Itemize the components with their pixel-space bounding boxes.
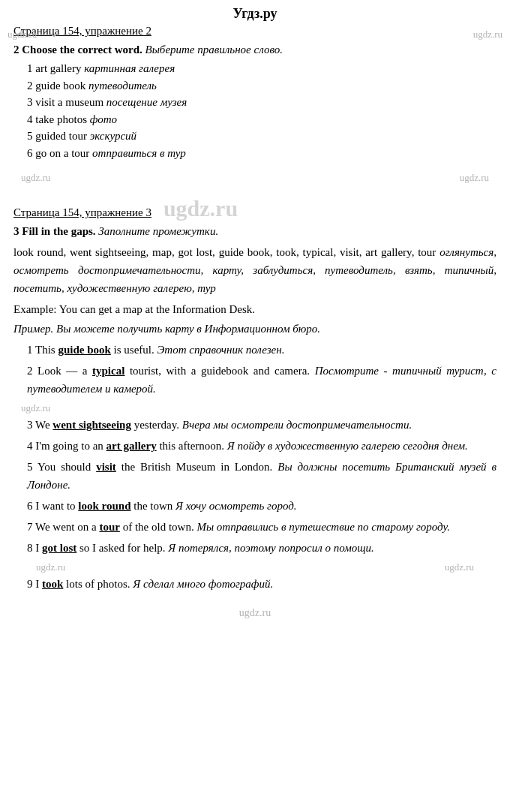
section2-header: Страница 154, упражнение 3	[14, 206, 152, 219]
watermark-mid-right: ugdz.ru	[460, 172, 489, 184]
s9-ru: Я сделал много фотографий.	[133, 578, 273, 590]
section1-items: 1 art gallery картинная галерея 2 guide …	[14, 60, 496, 161]
s6-ru: Я хочу осмотреть город.	[176, 500, 297, 512]
s5-after: the British Museum in London.	[116, 461, 278, 473]
watermark-bottom: ugdz.ru	[14, 606, 496, 619]
watermark-mid-left: ugdz.ru	[21, 172, 50, 184]
s8-ru: Я потерялся, поэтому попросил о помощи.	[168, 542, 374, 554]
s9-num: 9 I	[27, 578, 42, 590]
s2-answer: typical	[92, 365, 124, 377]
word-list: look round, went sightseeing, map, got l…	[14, 243, 496, 297]
item5-ru: экскурсий	[90, 130, 136, 142]
fill-item-1: 1 This guide book is useful. Этот справо…	[27, 341, 496, 359]
exercise1-title-ru: Выберите правильное слово.	[146, 44, 283, 56]
s8-after: so I asked for help.	[76, 542, 168, 554]
list-item: 2 guide book путеводитель	[27, 77, 496, 95]
fill-item-5: 5 You should visit the British Museum in…	[27, 458, 496, 494]
example-block: Example: You can get a map at the Inform…	[14, 300, 496, 338]
fill-item-9: 9 I took lots of photos. Я сделал много …	[27, 575, 496, 593]
s3-num: 3 We	[27, 419, 52, 431]
watermark-row: ugdz.ru ugdz.ru	[14, 169, 496, 190]
s9-answer: took	[42, 578, 63, 590]
item2-num: 2 guide book	[27, 80, 88, 92]
s6-after: the town	[131, 500, 176, 512]
list-item: 5 guided tour экскурсий	[27, 128, 496, 145]
s4-num: 4 I'm going to an	[27, 440, 106, 452]
fill-item-4: 4 I'm going to an art gallery this after…	[27, 437, 496, 455]
item6-ru: отправиться в тур	[92, 147, 186, 159]
s4-ru: Я пойду в художественную галерею сегодня…	[227, 440, 468, 452]
item4-ru: фото	[90, 113, 117, 125]
word-list-en: look round, went sightseeing, map, got l…	[14, 246, 440, 258]
list-item: 3 visit a museum посещение музея	[27, 94, 496, 111]
s1-ru: Этот справочник полезен.	[158, 344, 285, 356]
s7-answer: tour	[99, 521, 120, 533]
section2-exercise-title: 3 Fill in the gaps. Заполните промежутки…	[14, 222, 496, 240]
s3-after: yesterday.	[131, 419, 182, 431]
s5-num: 5 You should	[27, 461, 96, 473]
fill-item-3: 3 We went sightseeing yesterday. Вчера м…	[27, 416, 496, 434]
exercise1-number: 2	[14, 44, 20, 56]
item5-num: 5 guided tour	[27, 130, 90, 142]
s1-num: 1 This	[27, 344, 58, 356]
watermark-big-section2: ugdz.ru	[164, 196, 238, 221]
fill-item-6: 6 I want to look round the town Я хочу о…	[27, 497, 496, 515]
s9-after: lots of photos.	[63, 578, 133, 590]
s3-answer: went sightseeing	[52, 419, 131, 431]
exercise2-number: 3	[14, 225, 20, 237]
site-title: Угдз.ру	[0, 0, 510, 25]
watermark-row2: ugdz.ru	[14, 401, 496, 416]
s8-answer: got lost	[42, 542, 76, 554]
exercise2-title-en: Fill in the gaps.	[22, 225, 98, 237]
example-en: Example: You can get a map at the Inform…	[14, 300, 496, 318]
item4-num: 4 take photos	[27, 113, 90, 125]
item1-ru: картинная галерея	[84, 62, 175, 74]
item6-num: 6 go on a tour	[27, 147, 92, 159]
s8-num: 8 I	[27, 542, 42, 554]
section-2: Страница 154, упражнение 3 ugdz.ru 3 Fil…	[14, 196, 496, 593]
list-item: 6 go on a tour отправиться в тур	[27, 145, 496, 162]
list-item: 4 take photos фото	[27, 111, 496, 128]
fill-item-8: 8 I got lost so I asked for help. Я поте…	[27, 539, 496, 557]
s1-answer: guide book	[58, 344, 110, 356]
watermark-s8-right: ugdz.ru	[445, 561, 474, 573]
s3-ru: Вчера мы осмотрели достопримечательности…	[182, 419, 412, 431]
s5-answer: visit	[96, 461, 116, 473]
section-1: Страница 154, упражнение 2 2 Choose the …	[14, 25, 496, 161]
exercise1-title-en: Choose the correct word.	[22, 44, 145, 56]
watermark-s8-left: ugdz.ru	[36, 561, 65, 573]
watermark-s3-left: ugdz.ru	[21, 402, 50, 414]
s7-after: of the old town.	[120, 521, 197, 533]
example-ru: Пример. Вы можете получить карту в Инфор…	[14, 320, 496, 338]
s4-after: this afternoon.	[157, 440, 227, 452]
s6-answer: look round	[78, 500, 130, 512]
section1-header: Страница 154, упражнение 2	[14, 25, 496, 38]
fill-item-7: 7 We went on a tour of the old town. Мы …	[27, 518, 496, 536]
s1-after: is useful.	[111, 344, 158, 356]
watermark-row3: ugdz.ru ugdz.ru	[14, 560, 496, 575]
s7-num: 7 We went on a	[27, 521, 99, 533]
fill-item-2: 2 Look — a typical tourist, with a guide…	[27, 362, 496, 398]
watermark-bottom-center: ugdz.ru	[239, 607, 271, 618]
item2-ru: путеводитель	[88, 80, 157, 92]
section1-exercise-title: 2 Choose the correct word. Выберите прав…	[14, 41, 496, 59]
s2-after: tourist, with a guidebook and camera.	[124, 365, 314, 377]
s7-ru: Мы отправились в путешествие по старому …	[196, 521, 449, 533]
s2-num: 2 Look — a	[27, 365, 92, 377]
exercise2-title-ru: Заполните промежутки.	[98, 225, 218, 237]
list-item: 1 art gallery картинная галерея	[27, 60, 496, 77]
s6-num: 6 I want to	[27, 500, 78, 512]
s4-answer: art gallery	[106, 440, 157, 452]
item1-num: 1 art gallery	[27, 62, 84, 74]
item3-num: 3 visit a museum	[27, 96, 106, 108]
item3-ru: посещение музея	[106, 96, 187, 108]
